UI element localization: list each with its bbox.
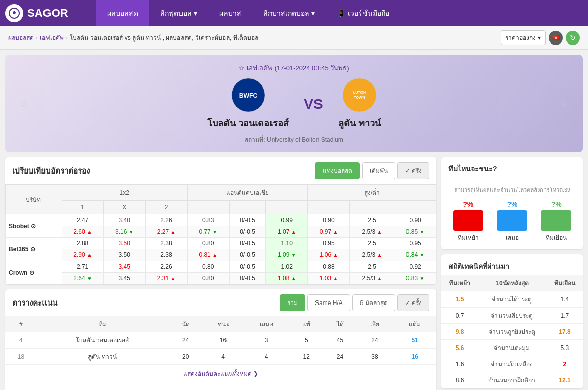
table-row: Bet365 ⊙ 2.88 3.50 2.38 0.80 0/-0.5 1.10… bbox=[6, 238, 436, 249]
col-o3 bbox=[394, 201, 436, 214]
sbobet-oo1: 0.90 bbox=[308, 214, 350, 226]
vs-text: VS bbox=[304, 96, 323, 112]
away-pct: ?% bbox=[551, 200, 562, 208]
svg-point-3 bbox=[342, 78, 376, 112]
col-o2 bbox=[349, 201, 394, 214]
bet365-open-1: 2.88 bbox=[62, 238, 104, 249]
sbobet-close-2: 2.27 ▲ bbox=[146, 226, 188, 238]
bet365-open-x: 3.50 bbox=[104, 238, 146, 249]
right-col: ทีมไหนจะชนะ? สามารถเห็นผลและจำนวนโหวตหลั… bbox=[441, 157, 583, 390]
crown-open-x: 3.45 bbox=[104, 261, 146, 273]
home-type-label: ทีมเหย้า bbox=[458, 233, 479, 242]
win-draw-item: ?% เสมอ bbox=[497, 200, 527, 242]
svg-text:BWFC: BWFC bbox=[239, 92, 257, 99]
away-bar-block bbox=[541, 210, 571, 231]
col-2: 2 bbox=[146, 201, 188, 214]
win-away-item: ?% ทีมเยือน bbox=[541, 200, 571, 242]
tab-same-ha[interactable]: Same H/A bbox=[307, 294, 350, 311]
tab-live-bet[interactable]: แทงบอลสด bbox=[315, 162, 360, 179]
sbobet-oo3: 0.90 bbox=[394, 214, 436, 226]
stats-th-home: ทีมเหย้า bbox=[441, 275, 478, 291]
stat-home-2: 9.8 bbox=[441, 324, 478, 340]
crown-oh1: 0.80 bbox=[187, 261, 229, 273]
bet365-oh1: 0.80 bbox=[187, 238, 229, 249]
draw-home: 3 bbox=[244, 332, 289, 349]
svg-text:LUTON: LUTON bbox=[353, 91, 366, 94]
logo[interactable]: SAGOR bbox=[5, 4, 86, 22]
sbobet-co1: 0.97 ▲ bbox=[308, 226, 350, 238]
currency-label: ราคาฮ่องกง bbox=[505, 33, 536, 42]
home-team-section: BWFC โบลตัน วอนเดอเรอส์ bbox=[207, 77, 289, 131]
th-played: นัด bbox=[168, 316, 202, 332]
stat-home-5: 8.6 bbox=[441, 372, 478, 388]
home-team-name: โบลตัน วอนเดอเรอส์ bbox=[207, 116, 289, 131]
bet365-co1: 1.06 ▲ bbox=[308, 249, 350, 261]
nav-item-results[interactable]: ผลบอลสด bbox=[96, 0, 149, 26]
crown-co3: 0.83 ▼ bbox=[394, 273, 436, 284]
currency-selector: ราคาฮ่องกง ▾ 🇭🇰 ↻ bbox=[501, 30, 580, 45]
home-team-logo: BWFC bbox=[231, 77, 266, 113]
win-subtitle: สามารถเห็นผลและจำนวนโหวตหลังการโหวต:39 bbox=[448, 185, 576, 194]
nav-item-mobile[interactable]: 📱 เวอร์ชั่นมือถือ bbox=[326, 0, 400, 26]
tab-overall[interactable]: รวม bbox=[280, 294, 305, 311]
crown-ch3: 1.08 ▲ bbox=[266, 273, 308, 284]
stat-home-1: 0.7 bbox=[441, 308, 478, 324]
star-away-icon[interactable]: ☆ bbox=[560, 98, 568, 109]
home-bar-block bbox=[453, 210, 483, 231]
sbobet-oh1: 0.83 bbox=[187, 214, 229, 226]
col-h3 bbox=[266, 201, 308, 214]
standings-table: # ทีม นัด ชนะ เสมอ แพ้ ได้ เสีย แต้ม 4 โ bbox=[5, 316, 436, 365]
main-layout: เปรียบเทียบอัตราต่อรอง แทงบอลสด เดิมพัน … bbox=[0, 157, 588, 390]
against-away: 38 bbox=[356, 349, 393, 365]
sbobet-close-x: 3.16 ▼ bbox=[104, 226, 146, 238]
tab-bet[interactable]: เดิมพัน bbox=[362, 162, 395, 179]
currency-dropdown[interactable]: ราคาฮ่องกง ▾ bbox=[501, 30, 546, 45]
nav-item-baskleague[interactable]: ลีกบาสเกตบอล ▾ bbox=[252, 0, 326, 26]
stats-th-label: 10นัดหลังสุด bbox=[478, 275, 547, 291]
stat-away-0: 1.4 bbox=[547, 291, 583, 308]
odds-section: เปรียบเทียบอัตราต่อรอง แทงบอลสด เดิมพัน … bbox=[5, 157, 436, 284]
show-all-link[interactable]: แสดงอันดับคะแนนทั้งหมด ❯ bbox=[183, 370, 258, 377]
odds-table: บริษัท 1x2 แฮนดิแคปเอเชีย สูง/ต่ำ 1 X 2 bbox=[5, 184, 436, 284]
breadcrumb-results[interactable]: ผลบอลสด bbox=[8, 33, 34, 42]
table-row: 5.6 จำนวนเตะมุม 5.3 bbox=[441, 340, 583, 356]
table-row: 0.7 จำนวนเสียประตู 1.7 bbox=[441, 308, 583, 324]
bar-stats: ชนะ เสมอ แพ้ 1.88 ได้ประตูต่อเกม 1.20 16 bbox=[5, 382, 436, 390]
nav-item-football[interactable]: ลีกฟุตบอล ▾ bbox=[149, 0, 208, 26]
bet365-oo1: 0.95 bbox=[308, 238, 350, 249]
flag-button[interactable]: 🇭🇰 bbox=[549, 31, 563, 45]
table-row: 8.6 จำนวนการฝึกดิกา 12.1 bbox=[441, 372, 583, 388]
stat-away-2: 17.8 bbox=[547, 324, 583, 340]
tab-times[interactable]: ✓ ครั้ง bbox=[397, 294, 429, 311]
breadcrumb-bar: ผลบอลสด › เอฟเอคัพ › โบลตัน วอนเดอเรอส์ … bbox=[0, 26, 588, 50]
bet365-oo3: 0.95 bbox=[394, 238, 436, 249]
refresh-button[interactable]: ↻ bbox=[566, 31, 580, 45]
breadcrumb: ผลบอลสด › เอฟเอคัพ › โบลตัน วอนเดอเรอส์ … bbox=[8, 33, 258, 42]
col-h2 bbox=[229, 201, 266, 214]
bet365-close-x: 3.50 bbox=[104, 249, 146, 261]
sbobet-oh2: 0/-0.5 bbox=[229, 214, 266, 226]
th-team: ทีม bbox=[37, 316, 168, 332]
nav-item-basketball[interactable]: ผลบาส bbox=[208, 0, 252, 26]
stat-label-5: จำนวนการฝึกดิกา bbox=[478, 372, 547, 388]
crown-co1: 1.03 ▲ bbox=[308, 273, 350, 284]
standings-title: ตารางคะแนน bbox=[12, 297, 57, 309]
col-o1 bbox=[308, 201, 350, 214]
star-home-icon[interactable]: ☆ bbox=[20, 98, 28, 109]
svg-text:TOWN: TOWN bbox=[354, 96, 365, 99]
away-team-name: ลูตัน ทาวน์ bbox=[338, 116, 381, 131]
tab-last6[interactable]: 6 นัดล่าสุด bbox=[352, 294, 395, 311]
tab-half[interactable]: ✓ ครึ่ง bbox=[397, 162, 429, 179]
breadcrumb-fa-cup[interactable]: เอฟเอคัพ bbox=[40, 33, 64, 42]
crown-oh3: 1.02 bbox=[266, 261, 308, 273]
sbobet-open-2: 2.26 bbox=[146, 214, 188, 226]
sbobet-ch2: 0/-0.5 bbox=[229, 226, 266, 238]
stat-away-1: 1.7 bbox=[547, 308, 583, 324]
th-for: ได้ bbox=[324, 316, 356, 332]
crown-oo1: 0.88 bbox=[308, 261, 350, 273]
logo-text: SAGOR bbox=[27, 7, 68, 20]
col-1x2: 1x2 bbox=[62, 185, 187, 201]
crown-ch2: 0/-0.5 bbox=[229, 273, 266, 284]
crown-close-x: 3.45 bbox=[104, 273, 146, 284]
bet365-co2: 2.5/3 ▲ bbox=[349, 249, 394, 261]
